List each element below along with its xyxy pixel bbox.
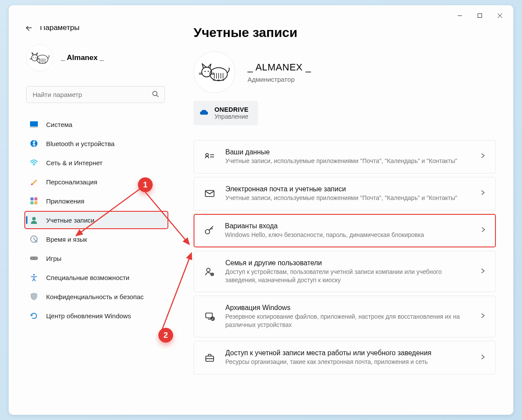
- search-icon: [152, 90, 159, 99]
- svg-point-23: [32, 258, 33, 259]
- svg-rect-18: [34, 201, 37, 204]
- key-icon: [203, 224, 215, 237]
- titlebar: [9, 5, 513, 26]
- sidebar-user-name: _ Almanex _: [61, 53, 104, 62]
- svg-rect-11: [30, 127, 38, 127]
- svg-rect-33: [205, 190, 214, 197]
- nav-accounts[interactable]: Учетные записи: [24, 211, 168, 229]
- nav-list: Система Bluetooth и устройства Сеть & и …: [24, 115, 168, 325]
- svg-rect-1: [478, 14, 482, 18]
- mail-icon: [204, 187, 216, 200]
- svg-point-19: [32, 217, 36, 220]
- svg-point-13: [33, 165, 34, 166]
- nav-label: Персонализация: [46, 178, 97, 186]
- shield-icon: [30, 292, 38, 301]
- clock-icon: [30, 235, 38, 243]
- nav-label: Учетные записи: [46, 217, 94, 224]
- profile-role: Администратор: [248, 76, 311, 83]
- card-family[interactable]: Семья и другие пользователиДоступ к устр…: [194, 251, 496, 293]
- nav-network[interactable]: Сеть & и Интернет: [24, 153, 168, 172]
- svg-rect-15: [30, 197, 33, 200]
- card-email[interactable]: Электронная почта и учетные записиУчетны…: [194, 177, 496, 210]
- svg-point-29: [208, 71, 209, 72]
- card-desc: Учетные записи, используемые приложениям…: [225, 194, 470, 202]
- avatar-icon: [26, 44, 53, 71]
- svg-point-28: [204, 71, 206, 72]
- nav-system[interactable]: Система: [24, 115, 168, 133]
- update-icon: [30, 311, 38, 320]
- person-icon: [30, 216, 38, 224]
- profile-avatar-icon: [194, 51, 235, 93]
- nav-label: Система: [46, 121, 72, 128]
- briefcase-icon: [204, 352, 216, 364]
- nav-personalization[interactable]: Персонализация: [24, 173, 168, 191]
- svg-rect-17: [30, 201, 33, 204]
- gamepad-icon: [30, 254, 38, 263]
- card-your-info[interactable]: Ваши данныеУчетные записи, используемые …: [194, 140, 496, 173]
- svg-point-8: [153, 91, 157, 96]
- profile-name: _ ALMANEX _: [248, 62, 311, 73]
- search-container: [26, 86, 165, 103]
- system-icon: [30, 120, 38, 129]
- card-work-school[interactable]: Доступ к учетной записи места работы или…: [194, 341, 496, 374]
- card-desc: Резервное копирование файлов, приложений…: [225, 313, 470, 329]
- card-title: Семья и другие пользователи: [225, 259, 470, 267]
- app-title: Параметры: [40, 26, 80, 32]
- svg-line-9: [157, 95, 158, 97]
- svg-point-24: [35, 258, 36, 259]
- svg-rect-39: [206, 313, 212, 318]
- wifi-icon: [30, 158, 38, 167]
- chevron-right-icon: [480, 190, 486, 197]
- back-icon[interactable]: [24, 26, 32, 32]
- nav-label: Bluetooth и устройства: [46, 140, 114, 147]
- card-backup[interactable]: Архивация WindowsРезервное копирование ф…: [194, 296, 496, 337]
- svg-point-30: [206, 153, 208, 156]
- main-content: Учетные записи _ ALMANEX _ Администратор…: [176, 26, 513, 415]
- card-desc: Учетные записи, используемые приложениям…: [225, 157, 470, 165]
- nav-time[interactable]: Время и язык: [24, 230, 168, 248]
- accessibility-icon: [30, 273, 38, 282]
- nav-label: Время и язык: [46, 236, 87, 243]
- settings-window: Параметры _ Almanex _ Система Bluetooth …: [9, 5, 513, 415]
- card-title: Варианты входа: [225, 222, 471, 230]
- chevron-right-icon: [480, 227, 486, 234]
- backup-icon: [204, 310, 216, 323]
- people-icon: [204, 266, 216, 278]
- nav-label: Сеть & и Интернет: [46, 159, 103, 167]
- nav-label: Центр обновления Windows: [46, 312, 131, 320]
- sidebar-user[interactable]: _ Almanex _: [26, 44, 171, 71]
- page-title: Учетные записи: [194, 26, 496, 40]
- card-signin-options[interactable]: Варианты входаWindows Hello, ключ безопа…: [194, 214, 496, 247]
- cloud-icon: [200, 108, 208, 118]
- nav-label: Игры: [46, 255, 61, 262]
- nav-accessibility[interactable]: Специальные возможности: [24, 268, 168, 287]
- card-desc: Windows Hello, ключ безопасности, пароль…: [225, 231, 471, 239]
- card-title: Доступ к учетной записи места работы или…: [225, 349, 470, 357]
- apps-icon: [30, 197, 38, 205]
- svg-point-35: [207, 268, 210, 272]
- nav-privacy[interactable]: Конфиденциальность и безопас: [24, 287, 168, 306]
- profile-block: _ ALMANEX _ Администратор: [194, 51, 496, 93]
- onedrive-sub: Управление: [214, 113, 248, 120]
- card-title: Электронная почта и учетные записи: [225, 185, 470, 193]
- svg-point-7: [35, 57, 36, 58]
- minimize-button[interactable]: [450, 9, 470, 23]
- card-title: Архивация Windows: [225, 304, 470, 312]
- onedrive-card[interactable]: OneDrive Управление: [194, 101, 258, 125]
- svg-point-21: [35, 240, 37, 243]
- nav-label: Специальные возможности: [46, 274, 130, 281]
- search-input[interactable]: [26, 86, 165, 103]
- nav-gaming[interactable]: Игры: [24, 249, 168, 267]
- nav-update[interactable]: Центр обновления Windows: [24, 307, 168, 325]
- id-icon: [204, 150, 216, 163]
- chevron-right-icon: [480, 354, 486, 362]
- maximize-button[interactable]: [470, 9, 490, 23]
- card-title: Ваши данные: [225, 148, 470, 156]
- svg-rect-22: [30, 257, 38, 260]
- nav-bluetooth[interactable]: Bluetooth и устройства: [24, 134, 168, 153]
- close-button[interactable]: [490, 9, 510, 23]
- chevron-right-icon: [480, 313, 486, 320]
- sidebar: Параметры _ Almanex _ Система Bluetooth …: [9, 26, 176, 415]
- nav-apps[interactable]: Приложения: [24, 192, 168, 210]
- svg-rect-16: [34, 197, 37, 200]
